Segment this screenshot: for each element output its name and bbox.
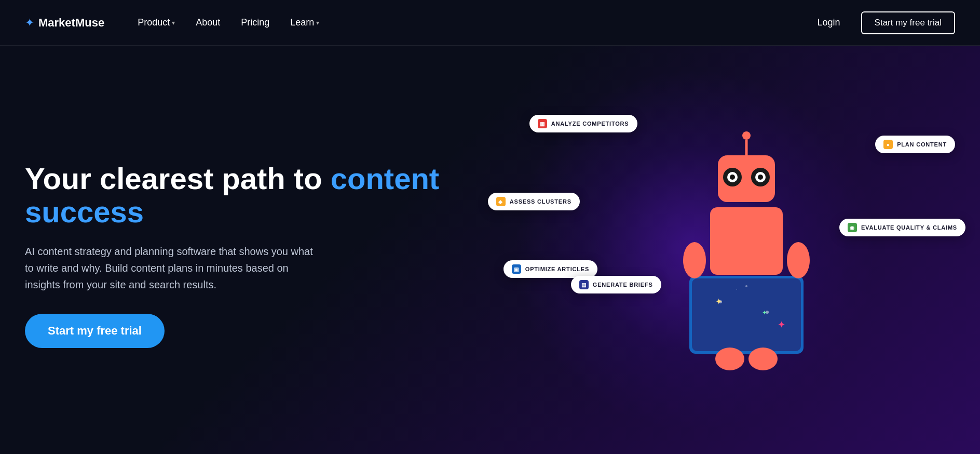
nav-product[interactable]: Product ▾ (129, 13, 183, 32)
svg-point-7 (730, 175, 735, 180)
hero-trial-button[interactable]: Start my free trial (25, 314, 165, 348)
hero-left: Your clearest path to contentsuccess AI … (25, 152, 509, 348)
robot-illustration: ✦ ✦ · ✦ (674, 125, 819, 375)
svg-point-20 (787, 242, 810, 278)
svg-point-19 (683, 242, 706, 278)
logo-text: MarketMuse (38, 16, 104, 30)
svg-text:✦: ✦ (762, 309, 767, 316)
svg-point-22 (748, 348, 778, 370)
logo[interactable]: ✦ MarketMuse (25, 16, 104, 30)
svg-text:·: · (736, 287, 738, 292)
nav-trial-button[interactable]: Start my free trial (861, 11, 955, 34)
logo-icon: ✦ (25, 16, 33, 30)
nav-about[interactable]: About (187, 13, 228, 32)
nav-right: Login Start my free trial (809, 11, 955, 34)
plan-icon: ● (883, 140, 893, 149)
nav-pricing[interactable]: Pricing (233, 13, 278, 32)
evaluate-icon: ◉ (848, 223, 857, 232)
svg-point-14 (745, 285, 747, 287)
hero-right: ✦ ✦ · ✦ ▦ ANALYZE COMPETITORS ● PLAN CON… (509, 68, 955, 432)
hero-section: Your clearest path to contentsuccess AI … (0, 46, 980, 454)
navbar: ✦ MarketMuse Product ▾ About Pricing Lea… (0, 0, 980, 46)
pill-analyze-competitors: ▦ ANALYZE COMPETITORS (529, 115, 637, 132)
chevron-down-icon: ▾ (172, 19, 175, 26)
pill-optimize-articles: ▣ OPTIMIZE ARTICLES (503, 260, 597, 278)
chevron-down-icon: ▾ (316, 19, 319, 26)
hero-title: Your clearest path to contentsuccess (25, 162, 509, 229)
login-button[interactable]: Login (809, 13, 849, 32)
generate-icon: ▤ (579, 280, 589, 289)
svg-text:✦: ✦ (715, 297, 722, 306)
svg-rect-11 (692, 278, 801, 351)
pill-assess-clusters: ◆ ASSESS CLUSTERS (488, 193, 580, 210)
svg-rect-9 (710, 207, 783, 275)
svg-point-21 (715, 348, 744, 370)
hero-subtitle: AI content strategy and planning softwar… (25, 243, 316, 293)
svg-text:✦: ✦ (778, 319, 785, 330)
optimize-icon: ▣ (512, 264, 521, 274)
assess-icon: ◆ (496, 197, 506, 206)
svg-point-0 (742, 131, 751, 140)
nav-learn[interactable]: Learn ▾ (282, 13, 328, 32)
svg-point-8 (758, 175, 763, 180)
pill-evaluate-quality: ◉ EVALUATE QUALITY & CLAIMS (839, 219, 965, 236)
pill-plan-content: ● PLAN CONTENT (875, 136, 955, 153)
pill-generate-briefs: ▤ GENERATE BRIEFS (571, 276, 661, 293)
nav-links: Product ▾ About Pricing Learn ▾ (129, 13, 809, 32)
analyze-icon: ▦ (538, 119, 547, 128)
